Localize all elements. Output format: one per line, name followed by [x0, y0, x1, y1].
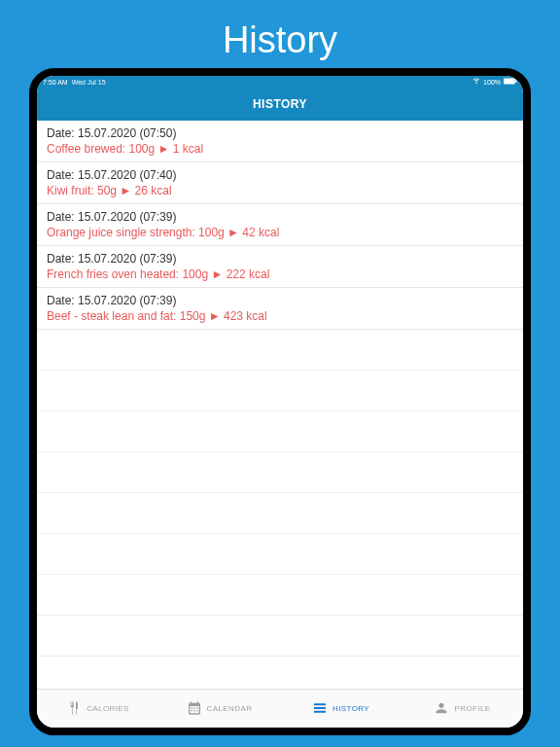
tab-calories[interactable]: CALORIES — [37, 690, 158, 728]
entry-date: Date: 15.07.2020 (07:39) — [47, 294, 513, 307]
entry-detail: Beef - steak lean and fat: 150g ► 423 kc… — [47, 309, 513, 323]
entry-date: Date: 15.07.2020 (07:50) — [47, 126, 513, 140]
entry-date: Date: 15.07.2020 (07:39) — [47, 210, 513, 224]
device-frame: 7:50 AM Wed Jul 15 100% HISTORY Date: 15… — [29, 68, 531, 735]
empty-row — [37, 493, 523, 534]
tab-label: CALENDAR — [207, 704, 253, 713]
entry-detail: French fries oven heated: 100g ► 222 kca… — [47, 267, 513, 281]
history-list[interactable]: Date: 15.07.2020 (07:50) Coffee brewed: … — [37, 121, 523, 689]
empty-row — [37, 575, 523, 616]
empty-row — [37, 371, 523, 411]
entry-date: Date: 15.07.2020 (07:39) — [47, 252, 513, 266]
empty-row — [37, 534, 523, 575]
empty-row — [37, 452, 523, 493]
entry-date: Date: 15.07.2020 (07:40) — [47, 168, 513, 182]
tab-history[interactable]: HISTORY — [280, 690, 402, 728]
status-time: 7:50 AM — [43, 79, 68, 86]
list-item[interactable]: Date: 15.07.2020 (07:39) Beef - steak le… — [37, 288, 523, 330]
svg-point-0 — [475, 83, 476, 84]
battery-icon — [504, 78, 517, 86]
empty-row — [37, 657, 523, 689]
list-icon — [312, 700, 328, 718]
entry-detail: Kiwi fruit: 50g ► 26 kcal — [47, 184, 513, 197]
list-item[interactable]: Date: 15.07.2020 (07:39) French fries ov… — [37, 246, 523, 288]
tab-profile[interactable]: PROFILE — [402, 690, 523, 728]
empty-row — [37, 411, 523, 452]
list-item[interactable]: Date: 15.07.2020 (07:40) Kiwi fruit: 50g… — [37, 162, 523, 204]
status-date: Wed Jul 15 — [72, 79, 106, 86]
tab-label: CALORIES — [87, 704, 129, 713]
calendar-icon — [187, 700, 202, 718]
tab-calendar[interactable]: CALENDAR — [158, 690, 280, 728]
wifi-icon — [472, 78, 480, 86]
tab-label: PROFILE — [454, 704, 490, 713]
entry-detail: Coffee brewed: 100g ► 1 kcal — [47, 142, 513, 156]
status-bar: 7:50 AM Wed Jul 15 100% — [37, 76, 523, 88]
tab-bar: CALORIES CALENDAR HISTORY PROFILE — [37, 689, 523, 728]
list-item[interactable]: Date: 15.07.2020 (07:39) Orange juice si… — [37, 204, 523, 246]
page-title: History — [0, 0, 560, 73]
list-item[interactable]: Date: 15.07.2020 (07:50) Coffee brewed: … — [37, 121, 523, 162]
user-icon — [434, 700, 449, 718]
tab-label: HISTORY — [332, 704, 369, 713]
utensils-icon — [66, 700, 82, 718]
app-header-title: HISTORY — [37, 88, 523, 121]
empty-row — [37, 330, 523, 371]
empty-row — [37, 616, 523, 657]
entry-detail: Orange juice single strength: 100g ► 42 … — [47, 226, 513, 239]
svg-rect-1 — [504, 78, 515, 84]
status-battery-percent: 100% — [483, 79, 501, 86]
svg-rect-2 — [515, 80, 516, 83]
